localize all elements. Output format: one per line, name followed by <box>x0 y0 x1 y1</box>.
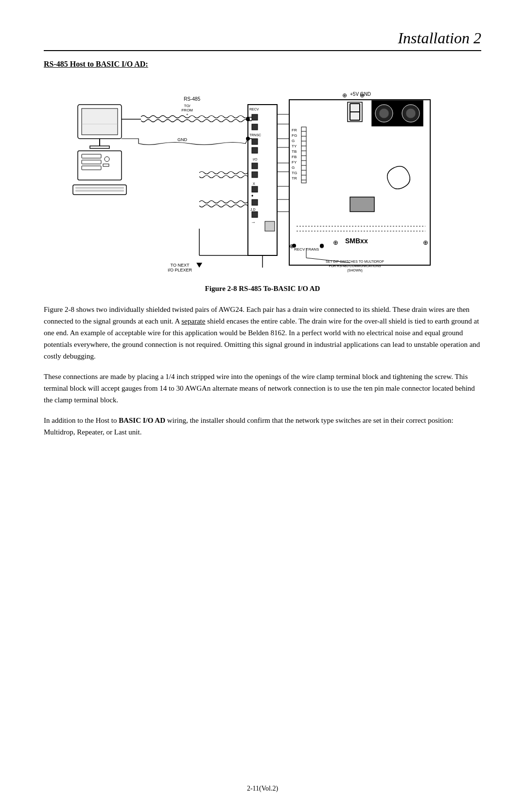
svg-text:TG: TG <box>292 171 297 175</box>
svg-rect-32 <box>252 186 258 192</box>
page-footer: 2-11(Vol.2) <box>0 785 525 793</box>
svg-text:TO NEXT: TO NEXT <box>171 263 190 268</box>
svg-text:TO/: TO/ <box>184 104 191 108</box>
svg-rect-23 <box>252 114 258 120</box>
svg-rect-87 <box>350 197 374 212</box>
svg-rect-13 <box>75 187 124 189</box>
svg-text:FOR RS-485 COMMUNICATIONS: FOR RS-485 COMMUNICATIONS <box>329 264 381 268</box>
section-heading: RS-485 Host to BASIC I/O AD: <box>44 60 481 69</box>
paragraph-2: These connections are made by placing a … <box>44 371 481 406</box>
svg-point-64 <box>406 108 416 118</box>
svg-rect-38 <box>265 221 275 231</box>
svg-point-97 <box>320 244 324 248</box>
wiring-diagram: RS-485 TO/ FROM + - GND <box>63 75 462 280</box>
svg-rect-26 <box>252 139 258 144</box>
svg-rect-36 <box>252 212 258 217</box>
svg-text:TRNSC: TRNSC <box>249 133 261 137</box>
svg-rect-30 <box>252 172 258 178</box>
svg-text:I/O PLEXER: I/O PLEXER <box>168 268 192 272</box>
svg-text:G: G <box>292 139 295 143</box>
svg-text:(SHOWN): (SHOWN) <box>347 269 363 272</box>
svg-text:⊕: ⊕ <box>423 239 428 246</box>
svg-text:TY: TY <box>292 144 297 148</box>
svg-text:RS-485: RS-485 <box>184 96 200 102</box>
svg-text:FR: FR <box>292 128 297 132</box>
svg-rect-14 <box>75 190 124 192</box>
svg-text:TR: TR <box>292 176 297 180</box>
figure-caption: Figure 2-8 RS-485 To-BASIC I/O AD <box>44 285 481 293</box>
svg-text:→: → <box>251 219 256 225</box>
svg-text:RECV  TRANS: RECV TRANS <box>294 247 319 252</box>
page-title: Installation 2 <box>44 29 481 51</box>
svg-text:X: X <box>253 182 255 185</box>
svg-rect-2 <box>82 108 118 135</box>
svg-text:⊕: ⊕ <box>333 239 338 246</box>
svg-text:SMBxx: SMBxx <box>345 237 368 245</box>
svg-point-62 <box>379 108 389 118</box>
page: Installation 2 RS-485 Host to BASIC I/O … <box>0 0 525 812</box>
svg-text:FY: FY <box>292 160 297 164</box>
svg-point-96 <box>292 244 296 248</box>
svg-rect-27 <box>252 147 258 153</box>
svg-text:FB: FB <box>292 155 297 159</box>
svg-text:TB: TB <box>292 149 297 154</box>
svg-rect-29 <box>252 163 258 169</box>
svg-text:J.D: J.D <box>250 208 256 211</box>
svg-text:G: G <box>292 165 295 170</box>
diagram-container: RS-485 TO/ FROM + - GND <box>44 75 481 280</box>
svg-text:•: • <box>251 193 253 199</box>
svg-rect-24 <box>252 124 258 130</box>
paragraph-1: Figure 2-8 shows two individually shield… <box>44 304 481 362</box>
svg-rect-34 <box>252 199 258 205</box>
svg-text:FROM: FROM <box>181 108 193 112</box>
svg-text:⊕: ⊕ <box>342 92 347 99</box>
paragraph-3: In addition to the Host to BASIC I/O AD … <box>44 415 481 438</box>
svg-text:RECV: RECV <box>249 108 259 111</box>
svg-text:⊕: ⊕ <box>360 92 365 99</box>
svg-text:SET DIP SWITCHES TO MULTIDROP: SET DIP SWITCHES TO MULTIDROP <box>326 260 384 263</box>
svg-text:FG: FG <box>292 133 297 138</box>
svg-text:I/O: I/O <box>253 158 258 161</box>
svg-text:+: + <box>186 112 189 117</box>
svg-text:GND: GND <box>177 137 188 142</box>
